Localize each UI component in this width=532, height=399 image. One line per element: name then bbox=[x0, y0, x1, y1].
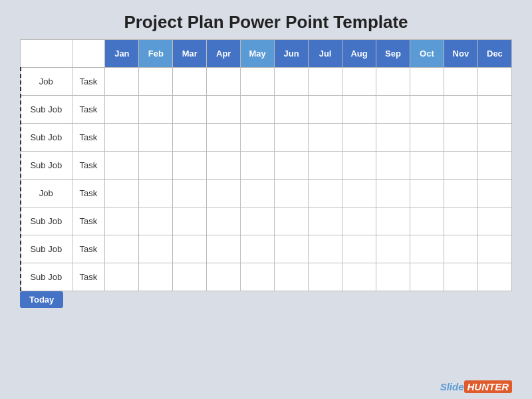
cell-4-6 bbox=[309, 180, 342, 207]
row-job-4: Job bbox=[21, 180, 72, 207]
row-job-6: Sub Job bbox=[21, 235, 72, 263]
cell-7-6 bbox=[309, 263, 342, 291]
header-month-jun: Jun bbox=[275, 40, 309, 68]
header-month-mar: Mar bbox=[173, 40, 207, 68]
cell-0-3 bbox=[207, 68, 241, 96]
cell-5-10 bbox=[444, 207, 477, 235]
row-job-0: Job bbox=[21, 68, 72, 96]
cell-1-0 bbox=[105, 96, 139, 124]
cell-4-9 bbox=[410, 180, 444, 207]
cell-0-5 bbox=[275, 68, 309, 96]
cell-2-4 bbox=[241, 124, 275, 152]
cell-6-4 bbox=[241, 235, 275, 263]
row-job-3: Sub Job bbox=[21, 152, 72, 180]
cell-0-0 bbox=[105, 68, 139, 96]
cell-7-0 bbox=[105, 263, 139, 291]
cell-0-4 bbox=[241, 68, 275, 96]
legend-label-0: Title bbox=[41, 312, 59, 322]
cell-4-10 bbox=[444, 180, 477, 207]
cell-6-11 bbox=[477, 235, 511, 263]
cell-1-4 bbox=[241, 96, 275, 124]
row-task-0: Task bbox=[72, 68, 105, 96]
cell-1-5 bbox=[275, 96, 309, 124]
chart-container: JanFebMarAprMayJunJulAugSepOctNovDec Job… bbox=[20, 39, 512, 291]
cell-5-6 bbox=[309, 207, 342, 235]
cell-2-5 bbox=[275, 124, 309, 152]
cell-3-7 bbox=[342, 152, 376, 180]
table-row: Sub JobTask bbox=[21, 152, 512, 180]
header-month-sep: Sep bbox=[376, 40, 410, 68]
cell-6-1 bbox=[139, 235, 173, 263]
header-month-oct: Oct bbox=[410, 40, 444, 68]
today-label: Today bbox=[268, 295, 311, 311]
cell-7-9 bbox=[410, 263, 444, 291]
cell-1-10 bbox=[444, 96, 477, 124]
cell-7-2 bbox=[173, 263, 207, 291]
cell-2-2 bbox=[173, 124, 207, 152]
table-row: Sub JobTask bbox=[21, 124, 512, 152]
cell-6-2 bbox=[173, 235, 207, 263]
cell-5-4 bbox=[241, 207, 275, 235]
cell-5-3 bbox=[207, 207, 241, 235]
cell-0-2 bbox=[173, 68, 207, 96]
cell-5-11 bbox=[477, 207, 511, 235]
legend: TitleTitleTitle bbox=[20, 298, 512, 322]
cell-6-3 bbox=[207, 235, 241, 263]
cell-3-4 bbox=[241, 152, 275, 180]
cell-0-9 bbox=[410, 68, 444, 96]
cell-1-1 bbox=[139, 96, 173, 124]
cell-3-10 bbox=[444, 152, 477, 180]
cell-6-6 bbox=[309, 235, 342, 263]
cell-1-2 bbox=[173, 96, 207, 124]
header-task bbox=[72, 40, 105, 68]
cell-4-8 bbox=[376, 180, 410, 207]
cell-7-4 bbox=[241, 263, 275, 291]
cell-4-4 bbox=[241, 180, 275, 207]
header-month-nov: Nov bbox=[444, 40, 477, 68]
cell-5-2 bbox=[173, 207, 207, 235]
cell-1-8 bbox=[376, 96, 410, 124]
row-job-1: Sub Job bbox=[21, 96, 72, 124]
table-row: Sub JobTask bbox=[21, 96, 512, 124]
header-month-jan: Jan bbox=[105, 40, 139, 68]
row-task-6: Task bbox=[72, 235, 105, 263]
cell-3-3 bbox=[207, 152, 241, 180]
cell-1-6 bbox=[309, 96, 342, 124]
cell-0-6 bbox=[309, 68, 342, 96]
cell-0-10 bbox=[444, 68, 477, 96]
gantt-table: JanFebMarAprMayJunJulAugSepOctNovDec Job… bbox=[20, 39, 512, 291]
cell-5-5 bbox=[275, 207, 309, 235]
cell-4-11 bbox=[477, 180, 511, 207]
row-job-5: Sub Job bbox=[21, 207, 72, 235]
cell-5-9 bbox=[410, 207, 444, 235]
cell-0-8 bbox=[376, 68, 410, 96]
cell-3-9 bbox=[410, 152, 444, 180]
cell-1-7 bbox=[342, 96, 376, 124]
cell-1-3 bbox=[207, 96, 241, 124]
cell-2-8 bbox=[376, 124, 410, 152]
row-task-3: Task bbox=[72, 152, 105, 180]
legend-item-2: Title bbox=[150, 298, 210, 322]
row-task-1: Task bbox=[72, 96, 105, 124]
cell-0-1 bbox=[139, 68, 173, 96]
cell-3-8 bbox=[376, 152, 410, 180]
legend-item-1: Title bbox=[85, 298, 145, 322]
cell-2-3 bbox=[207, 124, 241, 152]
cell-0-7 bbox=[342, 68, 376, 96]
cell-2-6 bbox=[309, 124, 342, 152]
cell-5-0 bbox=[105, 207, 139, 235]
legend-label-1: Title bbox=[106, 312, 124, 322]
cell-3-2 bbox=[173, 152, 207, 180]
cell-7-7 bbox=[342, 263, 376, 291]
cell-3-5 bbox=[275, 152, 309, 180]
cell-2-11 bbox=[477, 124, 511, 152]
cell-4-7 bbox=[342, 180, 376, 207]
header-month-may: May bbox=[241, 40, 275, 68]
cell-6-7 bbox=[342, 235, 376, 263]
row-task-4: Task bbox=[72, 180, 105, 207]
cell-6-0 bbox=[105, 235, 139, 263]
cell-3-6 bbox=[309, 152, 342, 180]
legend-box-2 bbox=[150, 298, 210, 310]
row-task-2: Task bbox=[72, 124, 105, 152]
table-row: Sub JobTask bbox=[21, 235, 512, 263]
